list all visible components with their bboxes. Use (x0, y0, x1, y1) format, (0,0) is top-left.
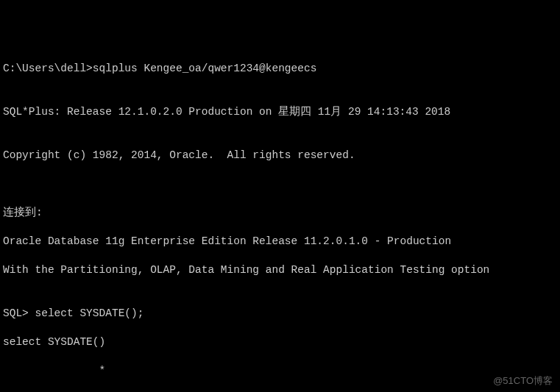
terminal-line-error-marker: * (3, 364, 557, 379)
terminal-line-echo: select SYSDATE() (3, 335, 557, 350)
terminal-line-db-version: Oracle Database 11g Enterprise Edition R… (3, 235, 557, 249)
terminal-line-connected: 连接到: (3, 206, 557, 221)
terminal-line-copyright: Copyright (c) 1982, 2014, Oracle. All ri… (3, 149, 557, 163)
terminal-line-prompt: C:\Users\dell>sqlplus Kengee_oa/qwer1234… (3, 62, 557, 76)
terminal-line-db-options: With the Partitioning, OLAP, Data Mining… (3, 263, 557, 278)
terminal-line-sql-select-sysdate: SQL> select SYSDATE(); (3, 307, 557, 321)
watermark-text: @51CTO博客 (493, 374, 553, 388)
terminal-line-banner: SQL*Plus: Release 12.1.0.2.0 Production … (3, 105, 557, 120)
